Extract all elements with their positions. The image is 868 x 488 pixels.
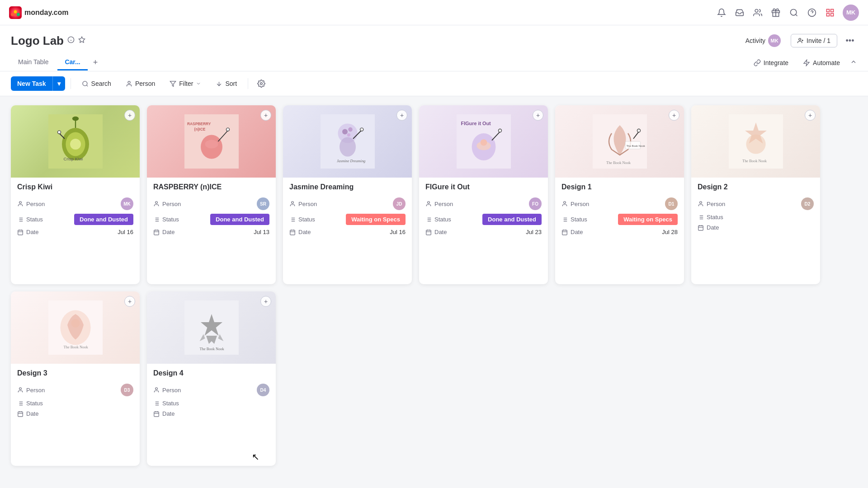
svg-marker-25 [804,60,809,66]
person-avatar-raspberry: SR [257,197,269,210]
star-icon[interactable] [78,36,85,45]
new-task-button[interactable]: New Task ▾ [11,76,65,91]
svg-point-128 [700,202,702,204]
svg-text:(n)ICE: (n)ICE [194,127,205,131]
filter-button[interactable]: Filter [164,77,207,90]
card-design-3[interactable]: The Book Nook + Design 3 Person D3 Statu… [11,291,140,466]
new-task-dropdown-arrow[interactable]: ▾ [52,76,65,91]
status-label-raspberry: Status [153,216,179,223]
card-add-button-crisp-kiwi[interactable]: + [124,110,135,121]
card-person-field-design-3: Person D3 [17,384,133,396]
more-options-button[interactable]: ••• [843,33,857,48]
card-add-button-design-1[interactable]: + [669,110,679,121]
person-label: Person [135,80,155,87]
card-art-design-3: The Book Nook [11,291,140,364]
collapse-button[interactable] [850,58,857,67]
svg-point-6 [14,10,17,13]
info-icon[interactable] [67,36,75,45]
help-icon[interactable] [807,7,817,18]
card-body-raspberry: RASPBERRY (n)ICE Person SR Status Done a… [147,178,276,245]
apps-icon[interactable] [825,7,835,18]
date-label-jasmine-dreaming: Date [289,229,311,235]
card-title-design-3: Design 3 [17,369,133,377]
sort-button[interactable]: Sort [210,77,242,90]
integrate-label: Integrate [764,59,788,66]
person-button[interactable]: Person [120,77,160,90]
search-button[interactable]: Search [76,77,117,90]
tab-cards-label: Car... [65,58,80,66]
svg-point-26 [82,81,87,85]
svg-point-141 [71,319,80,328]
person-avatar-design-2: D2 [801,197,814,210]
person-icon [126,80,132,87]
logo[interactable]: monday.com [9,6,69,19]
svg-point-73 [348,127,353,132]
card-add-button-raspberry[interactable]: + [260,110,271,121]
svg-point-111 [637,129,640,132]
card-title-jasmine-dreaming: Jasmine Dreaming [289,183,406,191]
search-nav-icon[interactable] [788,7,799,18]
card-design-4[interactable]: The Book Nook + ↖ Design 4 Person D4 Sta… [147,291,276,466]
card-person-field-jasmine-dreaming: Person JD [289,197,406,210]
card-status-field-design-3: Status [17,400,133,407]
svg-line-11 [796,14,797,16]
automate-button[interactable]: Automate [798,56,844,69]
invite-people-icon[interactable] [752,7,763,18]
activity-button[interactable]: Activity MK [741,32,785,50]
person-field-icon [153,387,160,393]
settings-button[interactable] [254,76,269,91]
svg-point-31 [260,83,263,85]
card-body-design-4: Design 4 Person D4 Status Date [147,364,276,427]
notifications-icon[interactable] [716,7,727,18]
person-avatar-design-4: D4 [257,384,269,396]
card-crisp-kiwi[interactable]: Crisp Kiwi + Crisp Kiwi Person MK Status… [11,105,140,284]
tab-main-table[interactable]: Main Table [11,55,56,70]
svg-point-8 [755,9,758,12]
card-status-field-design-1: Status Waiting on Specs [561,214,678,225]
svg-point-75 [340,137,356,156]
svg-point-35 [70,139,81,150]
user-avatar[interactable]: MK [843,5,859,21]
app-name: monday.com [24,9,69,17]
card-raspberry[interactable]: RASPBERRY (n)ICE + RASPBERRY (n)ICE Pers… [147,105,276,284]
svg-rect-135 [698,225,703,230]
gift-icon[interactable] [770,7,781,18]
person-label-crisp-kiwi: Person [17,201,45,207]
board-name: Logo Lab [11,34,64,48]
card-date-field-design-4: Date [153,410,269,417]
card-person-field-raspberry: Person SR [153,197,269,210]
svg-point-72 [342,129,348,134]
toolbar-divider-2 [248,78,248,89]
card-person-field-design-2: Person D2 [698,197,814,210]
sort-icon [216,80,222,87]
card-add-button-figure-it-out[interactable]: + [533,110,543,121]
card-add-button-jasmine-dreaming[interactable]: + [396,110,407,121]
date-label-design-4: Date [153,410,175,417]
card-status-field-jasmine-dreaming: Status Waiting on Specs [289,214,406,225]
tab-cards[interactable]: Car... [57,55,87,70]
svg-rect-48 [18,230,23,235]
status-label-design-1: Status [561,216,587,223]
add-tab-button[interactable]: + [90,54,102,71]
status-field-icon [17,216,24,223]
card-add-button-design-2[interactable]: + [805,110,816,121]
svg-rect-15 [831,9,834,12]
invite-button[interactable]: Invite / 1 [791,34,837,47]
card-jasmine-dreaming[interactable]: Jasmine Dreaming + Jasmine Dreaming Pers… [283,105,412,284]
card-design-2[interactable]: The Book Nook + Design 2 Person D2 Statu… [691,105,820,284]
person-avatar-figure-it-out: FO [529,197,542,210]
card-art-design-2: The Book Nook [691,105,820,178]
card-add-button-design-3[interactable]: + [124,296,135,307]
card-image-figure-it-out: FIGure it Out [419,105,548,178]
filter-icon [170,80,176,87]
date-field-icon [698,225,704,231]
toolbar: New Task ▾ Search Person Filter Sort [0,71,868,96]
card-add-button-design-4[interactable]: + [260,296,271,307]
card-design-1[interactable]: The Book Nook The Book Nook + Design 1 P… [555,105,684,284]
integrate-button[interactable]: Integrate [749,56,793,69]
card-art-raspberry: RASPBERRY (n)ICE [147,105,276,178]
svg-rect-14 [827,9,830,12]
card-figure-it-out[interactable]: FIGure it Out + FIGure it Out Person FO … [419,105,548,284]
card-body-jasmine-dreaming: Jasmine Dreaming Person JD Status Waitin… [283,178,412,245]
inbox-icon[interactable] [734,7,745,18]
